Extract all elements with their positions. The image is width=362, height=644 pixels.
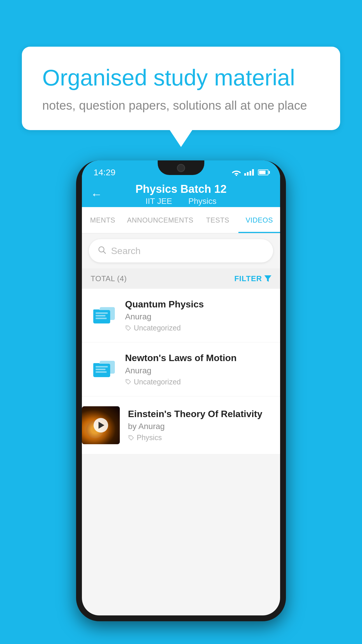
signal-icon (244, 169, 254, 176)
list-item[interactable]: Quantum Physics Anurag Uncategorized (82, 289, 280, 342)
folder-svg (92, 359, 115, 379)
total-label: TOTAL (4) (91, 274, 127, 283)
app-bar-subtitle: IIT JEE Physics (142, 197, 220, 206)
video-author: by Anurag (128, 422, 271, 431)
video-tag: Physics (128, 433, 271, 442)
subtitle-iit: IIT JEE (145, 197, 172, 206)
wifi-icon (231, 169, 241, 176)
svg-rect-5 (93, 309, 100, 312)
svg-point-9 (127, 326, 128, 327)
phone-camera (177, 164, 185, 172)
play-button[interactable] (94, 418, 108, 433)
tab-tests[interactable]: TESTS (197, 207, 239, 233)
phone-device: 14:29 (76, 160, 286, 621)
video-title: Einstein's Theory Of Relativity (128, 408, 271, 419)
filter-bar: TOTAL (4) FILTER (82, 268, 280, 289)
svg-rect-6 (96, 312, 108, 314)
tab-videos[interactable]: VIDEOS (238, 207, 280, 233)
app-bar-title: Physics Batch 12 (136, 183, 227, 195)
folder-svg (92, 305, 115, 326)
speech-bubble-arrow (169, 130, 193, 147)
video-tag: Uncategorized (125, 324, 271, 332)
video-title: Quantum Physics (125, 299, 271, 310)
search-bar[interactable]: Search (89, 239, 273, 262)
subtitle-physics: Physics (188, 197, 216, 206)
search-placeholder: Search (111, 246, 140, 256)
video-tag: Uncategorized (125, 378, 271, 386)
svg-rect-12 (93, 363, 100, 365)
svg-rect-14 (96, 369, 106, 370)
phone-notch (158, 160, 204, 175)
back-button[interactable]: ← (91, 188, 102, 201)
video-author: Anurag (125, 366, 271, 375)
speech-bubble-card: Organised study material notes, question… (22, 47, 340, 130)
folder-icon (91, 302, 117, 329)
svg-point-16 (127, 380, 128, 381)
speech-bubble-section: Organised study material notes, question… (22, 47, 340, 147)
video-info: Einstein's Theory Of Relativity by Anura… (128, 408, 280, 442)
svg-rect-4 (93, 310, 110, 323)
video-title: Newton's Laws of Motion (125, 352, 271, 363)
phone-body: 14:29 (76, 160, 286, 621)
tag-icon (125, 325, 131, 331)
phone-screen: 14:29 (82, 160, 280, 615)
speech-bubble-subtitle: notes, question papers, solutions all at… (42, 99, 320, 113)
status-icons (231, 169, 268, 176)
speech-bubble-title: Organised study material (42, 64, 320, 92)
filter-icon (264, 275, 271, 282)
svg-rect-15 (96, 371, 107, 373)
tab-announcements[interactable]: ANNOUNCEMENTS (124, 207, 197, 233)
tag-icon (128, 435, 134, 441)
tab-bar: MENTS ANNOUNCEMENTS TESTS VIDEOS (82, 207, 280, 233)
play-triangle-icon (99, 422, 104, 429)
search-icon (98, 245, 106, 257)
list-item[interactable]: Newton's Laws of Motion Anurag Uncategor… (82, 342, 280, 396)
battery-icon (258, 169, 268, 175)
tag-icon (125, 379, 131, 385)
video-info: Newton's Laws of Motion Anurag Uncategor… (125, 352, 271, 386)
video-author: Anurag (125, 312, 271, 321)
svg-rect-13 (96, 366, 108, 368)
filter-button[interactable]: FILTER (234, 274, 271, 283)
svg-point-0 (236, 175, 237, 176)
tab-ments[interactable]: MENTS (82, 207, 124, 233)
svg-line-2 (103, 251, 106, 253)
folder-icon (91, 356, 117, 382)
video-list: Quantum Physics Anurag Uncategorized (82, 289, 280, 454)
svg-rect-11 (93, 364, 110, 377)
svg-rect-7 (96, 315, 106, 316)
svg-rect-8 (96, 318, 107, 319)
svg-point-17 (130, 436, 131, 437)
video-thumbnail (82, 406, 120, 444)
status-time: 14:29 (94, 167, 115, 177)
video-info: Quantum Physics Anurag Uncategorized (125, 299, 271, 332)
list-item[interactable]: Einstein's Theory Of Relativity by Anura… (82, 396, 280, 454)
